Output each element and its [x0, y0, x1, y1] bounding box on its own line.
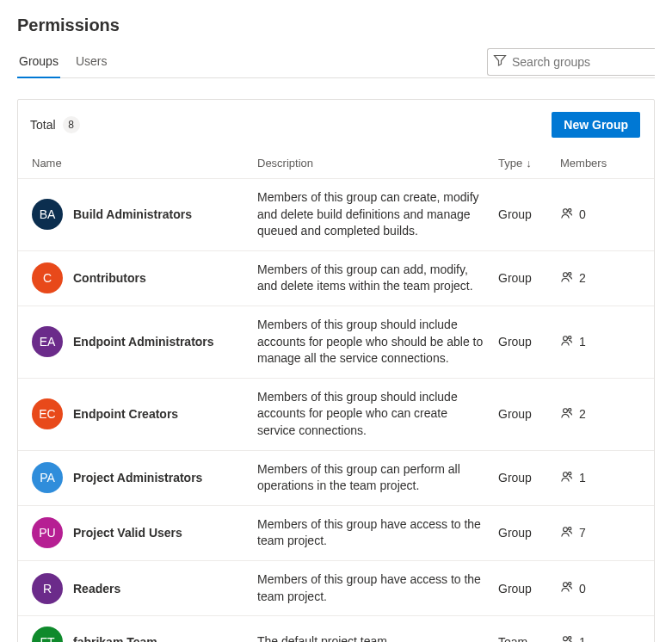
groups-table: Name Description Type↓ Members BABuild A…: [18, 150, 654, 642]
group-description: Members of this group can create, modify…: [257, 190, 479, 238]
search-input[interactable]: [512, 55, 650, 69]
group-description: Members of this group can add, modify, a…: [257, 262, 473, 293]
svg-point-6: [564, 408, 568, 412]
avatar: BA: [32, 199, 63, 230]
group-type: Group: [498, 407, 532, 421]
members-cell: 7: [560, 525, 640, 541]
group-description: Members of this group should include acc…: [257, 318, 483, 365]
group-description: Members of this group have access to the…: [257, 572, 481, 603]
table-row[interactable]: FTfabrikam TeamThe default project team.…: [18, 616, 654, 642]
name-cell: PAProject Administrators: [32, 462, 244, 493]
members-count: 2: [579, 271, 586, 285]
group-type: Team: [498, 635, 527, 642]
members-icon: [560, 270, 574, 287]
members-icon: [560, 580, 574, 596]
group-type: Group: [498, 335, 532, 349]
filter-icon: [493, 53, 512, 70]
group-type: Group: [498, 582, 532, 596]
group-name: Build Administrators: [73, 207, 192, 221]
col-header-members[interactable]: Members: [553, 150, 654, 179]
members-cell: 1: [560, 470, 640, 486]
members-icon: [560, 406, 574, 423]
table-row[interactable]: BABuild AdministratorsMembers of this gr…: [18, 179, 654, 251]
members-icon: [560, 634, 574, 642]
svg-point-4: [564, 336, 568, 341]
members-count: 0: [579, 207, 586, 221]
group-type: Group: [498, 207, 532, 221]
members-icon: [560, 334, 574, 350]
svg-point-12: [564, 583, 568, 587]
group-description: The default project team.: [257, 634, 391, 642]
search-wrap[interactable]: [487, 48, 655, 76]
members-count: 1: [579, 635, 586, 642]
members-icon: [560, 470, 574, 486]
members-count: 0: [579, 582, 586, 596]
svg-point-7: [569, 408, 571, 411]
name-cell: FTfabrikam Team: [32, 627, 244, 642]
members-cell: 1: [560, 334, 640, 350]
tab-groups[interactable]: Groups: [17, 47, 60, 78]
total-count-badge: 8: [63, 116, 80, 133]
svg-point-13: [569, 583, 571, 585]
members-count: 1: [579, 335, 586, 349]
svg-point-8: [564, 472, 568, 476]
top-row: Groups Users: [17, 47, 655, 78]
group-type: Group: [498, 471, 532, 485]
group-name: Project Valid Users: [73, 526, 182, 540]
group-description: Members of this group have access to the…: [257, 517, 481, 548]
members-icon: [560, 525, 574, 541]
svg-point-11: [569, 527, 571, 529]
svg-point-2: [564, 273, 568, 277]
avatar: EC: [32, 398, 63, 429]
sort-down-icon: ↓: [526, 157, 532, 170]
avatar: PA: [32, 462, 63, 493]
members-count: 2: [579, 407, 586, 421]
svg-point-14: [564, 636, 568, 640]
members-cell: 2: [560, 270, 640, 287]
col-header-description[interactable]: Description: [250, 150, 491, 179]
svg-point-3: [569, 272, 571, 275]
table-row[interactable]: CContributorsMembers of this group can a…: [18, 250, 654, 306]
page-title: Permissions: [17, 15, 655, 35]
group-name: Readers: [73, 582, 120, 596]
name-cell: RReaders: [32, 573, 244, 604]
group-name: Endpoint Creators: [73, 407, 178, 421]
card-header: Total 8 New Group: [18, 100, 654, 150]
group-name: Endpoint Administrators: [73, 335, 214, 349]
name-cell: PUProject Valid Users: [32, 517, 244, 548]
group-description: Members of this group should include acc…: [257, 390, 458, 437]
members-icon: [560, 207, 574, 223]
tab-users[interactable]: Users: [74, 47, 109, 78]
name-cell: ECEndpoint Creators: [32, 398, 244, 429]
table-row[interactable]: ECEndpoint CreatorsMembers of this group…: [18, 378, 654, 450]
total-label: Total: [30, 118, 56, 132]
name-cell: EAEndpoint Administrators: [32, 326, 244, 357]
col-header-type[interactable]: Type↓: [491, 150, 553, 179]
members-cell: 2: [560, 406, 640, 423]
table-row[interactable]: PUProject Valid UsersMembers of this gro…: [18, 505, 654, 560]
members-cell: 0: [560, 580, 640, 596]
tabs: Groups Users: [17, 47, 108, 77]
avatar: EA: [32, 326, 63, 357]
groups-card: Total 8 New Group Name Description Type↓…: [17, 99, 655, 642]
svg-point-10: [564, 528, 568, 532]
svg-point-5: [569, 336, 571, 338]
members-count: 7: [579, 526, 586, 540]
group-type: Group: [498, 526, 532, 540]
group-description: Members of this group can perform all op…: [257, 462, 460, 493]
new-group-button[interactable]: New Group: [552, 112, 640, 138]
svg-point-1: [569, 208, 571, 211]
avatar: PU: [32, 517, 63, 548]
name-cell: CContributors: [32, 262, 244, 293]
col-header-type-label: Type: [498, 157, 522, 170]
group-name: fabrikam Team: [73, 635, 157, 642]
col-header-name[interactable]: Name: [18, 150, 250, 179]
total-wrap: Total 8: [30, 116, 80, 133]
table-row[interactable]: RReadersMembers of this group have acces…: [18, 560, 654, 615]
table-row[interactable]: PAProject AdministratorsMembers of this …: [18, 450, 654, 505]
avatar: R: [32, 573, 63, 604]
svg-point-15: [569, 636, 571, 639]
table-row[interactable]: EAEndpoint AdministratorsMembers of this…: [18, 306, 654, 378]
members-cell: 0: [560, 207, 640, 223]
group-name: Project Administrators: [73, 471, 202, 485]
